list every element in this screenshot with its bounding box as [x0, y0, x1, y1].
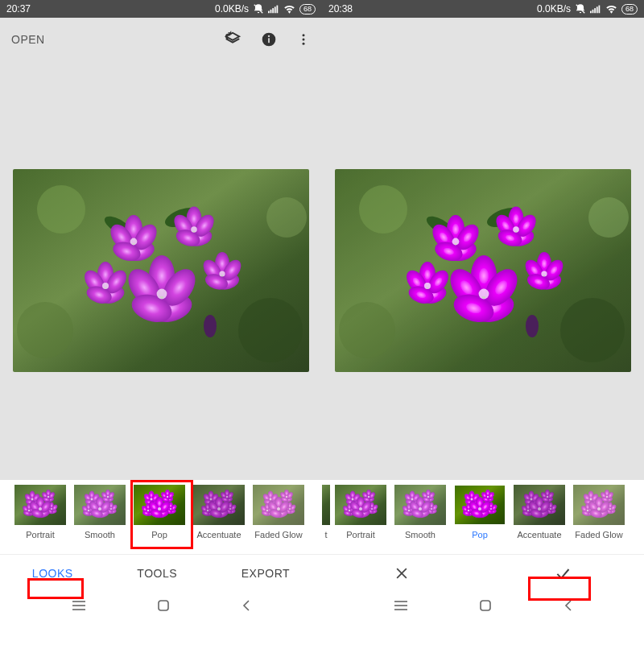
signal-icon — [268, 4, 279, 14]
filter-accentuate[interactable]: Accentuate — [190, 485, 248, 540]
tab-export[interactable]: EXPORT — [242, 567, 290, 580]
right-screenshot: 20:38 0.0KB/s 68 t Portrait — [322, 0, 644, 645]
bottom-tabs: LOOKS TOOLS EXPORT — [0, 554, 322, 591]
top-toolbar-blank — [322, 18, 644, 61]
nav-back-icon[interactable] — [564, 599, 573, 612]
wifi-icon — [283, 4, 295, 14]
svg-rect-50 — [394, 485, 446, 525]
svg-rect-26 — [270, 10, 272, 13]
svg-rect-47 — [594, 8, 596, 13]
svg-rect-46 — [592, 10, 594, 13]
svg-rect-38 — [193, 485, 245, 525]
svg-rect-28 — [275, 6, 276, 13]
filter-strip[interactable]: t Portrait Smooth Pop Accentuate Faded G… — [322, 480, 644, 554]
filter-pop[interactable]: Pop — [130, 485, 188, 540]
battery-indicator: 68 — [621, 4, 638, 14]
filter-smooth[interactable]: Smooth — [391, 485, 449, 540]
nav-recents-icon[interactable] — [394, 600, 408, 611]
status-bar: 20:37 0.0KB/s 68 — [0, 0, 322, 18]
status-time: 20:37 — [6, 3, 31, 14]
filter-label: Accentuate — [517, 530, 561, 540]
wifi-icon — [605, 4, 617, 14]
svg-point-34 — [303, 34, 305, 36]
filter-label: Smooth — [85, 530, 115, 540]
main-photo — [13, 169, 309, 372]
more-icon[interactable] — [296, 32, 311, 47]
filter-label: Faded Glow — [254, 530, 302, 540]
photo-canvas[interactable] — [0, 61, 322, 480]
top-toolbar: OPEN — [0, 18, 322, 61]
nav-back-icon[interactable] — [242, 599, 251, 612]
svg-point-36 — [303, 43, 305, 45]
main-photo — [335, 169, 631, 372]
info-icon[interactable] — [261, 31, 277, 48]
filter-label: Smooth — [405, 530, 436, 540]
svg-rect-32 — [268, 38, 270, 43]
status-bar: 20:38 0.0KB/s 68 — [322, 0, 644, 18]
filter-faded-glow[interactable]: Faded Glow — [570, 485, 628, 540]
filter-label: t — [324, 530, 327, 540]
svg-rect-51 — [514, 485, 565, 525]
filter-label: Pop — [472, 530, 488, 540]
status-net: 0.0KB/s — [215, 3, 249, 14]
filter-strip[interactable]: Portrait Smooth Pop Accentuate Faded Glo… — [0, 480, 322, 554]
filter-accentuate[interactable]: Accentuate — [510, 485, 568, 540]
open-button[interactable]: OPEN — [11, 33, 45, 46]
filter-portrait[interactable]: Portrait — [11, 485, 69, 540]
confirm-button[interactable] — [553, 565, 572, 581]
battery-indicator: 68 — [299, 4, 316, 14]
filter-label: Accentuate — [196, 530, 241, 540]
filter-pop[interactable]: Pop — [451, 485, 509, 540]
android-nav-bar — [0, 591, 322, 620]
filter-faded-glow[interactable]: Faded Glow — [250, 485, 308, 540]
bottom-actions — [322, 554, 644, 591]
dnd-icon — [253, 3, 264, 14]
filter-smooth[interactable]: Smooth — [71, 485, 129, 540]
svg-rect-29 — [276, 6, 278, 14]
android-nav-bar — [322, 591, 644, 620]
status-time: 20:38 — [328, 3, 353, 14]
svg-point-35 — [303, 39, 305, 41]
filter-portrait[interactable]: Portrait — [332, 485, 390, 540]
filter-label: Portrait — [26, 530, 54, 540]
filter-label: Faded Glow — [575, 530, 622, 540]
left-screenshot: 20:37 0.0KB/s 68 OPEN — [0, 0, 322, 645]
status-net: 0.0KB/s — [537, 3, 571, 14]
svg-rect-49 — [598, 6, 600, 14]
svg-rect-25 — [268, 11, 270, 14]
svg-rect-27 — [272, 8, 274, 13]
svg-point-33 — [268, 35, 270, 37]
nav-recents-icon[interactable] — [72, 600, 86, 611]
svg-rect-52 — [573, 485, 625, 525]
filter-label: Portrait — [346, 530, 374, 540]
svg-rect-58 — [481, 601, 490, 610]
photo-canvas[interactable] — [322, 61, 644, 480]
cancel-button[interactable] — [394, 565, 410, 581]
tab-looks[interactable]: LOOKS — [32, 567, 73, 580]
nav-home-icon[interactable] — [479, 599, 492, 612]
svg-rect-48 — [597, 6, 598, 13]
svg-rect-39 — [253, 485, 304, 525]
svg-rect-45 — [590, 11, 592, 14]
svg-rect-37 — [74, 485, 126, 525]
dnd-icon — [575, 3, 586, 14]
svg-rect-43 — [159, 601, 168, 610]
signal-icon — [590, 4, 601, 14]
filter-partial[interactable]: t — [322, 485, 330, 540]
nav-home-icon[interactable] — [157, 599, 170, 612]
filter-label: Pop — [151, 530, 167, 540]
undo-layers-icon[interactable] — [224, 31, 242, 48]
tab-tools[interactable]: TOOLS — [137, 567, 177, 580]
